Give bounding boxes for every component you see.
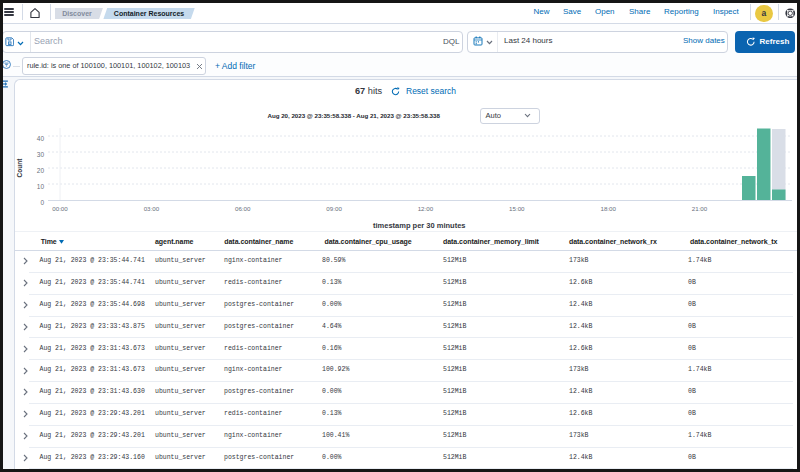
svg-text:03:00: 03:00 [144,205,160,212]
svg-text:40: 40 [37,135,45,142]
svg-text:09:00: 09:00 [326,205,342,212]
svg-text:Count: Count [16,158,23,178]
svg-text:10: 10 [37,183,45,190]
svg-text:30: 30 [37,151,45,158]
svg-text:18:00: 18:00 [600,205,616,212]
svg-text:0: 0 [40,199,44,206]
svg-text:21:00: 21:00 [692,205,708,212]
svg-text:00:00: 00:00 [52,205,68,212]
svg-text:06:00: 06:00 [235,205,251,212]
svg-text:15:00: 15:00 [509,205,525,212]
svg-text:12:00: 12:00 [418,205,434,212]
svg-text:20: 20 [37,167,45,174]
